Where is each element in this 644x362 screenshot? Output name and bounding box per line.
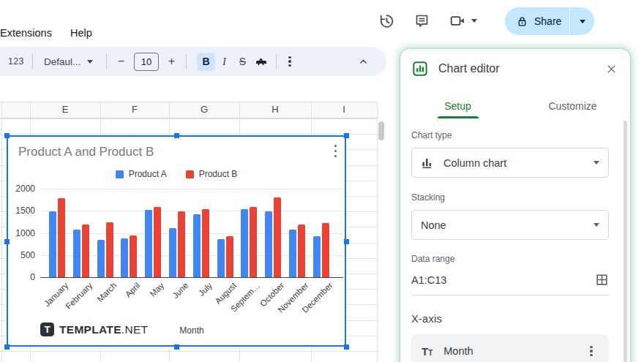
panel-header: Chart editor [400,49,630,83]
legend-swatch [116,170,124,178]
bar-product-a [49,211,56,277]
bar-product-a [289,230,296,277]
menu-item-extensions[interactable]: Extensions [0,26,54,39]
bar-product-b [106,222,113,277]
x-tick-label: June [171,281,190,300]
stacking-value: None [421,219,446,231]
chart-editor-panel-wrap: Chart editor Setup Customize Chart type [392,41,644,362]
formatting-toolbar: 123 Defaul... − 10 + B I S A [0,47,386,76]
column-header-f[interactable]: F [100,104,169,115]
bar-product-b [226,236,233,277]
text-option-icon: TT [422,346,433,357]
bar-product-a [313,236,321,277]
italic-button[interactable]: I [215,53,233,71]
column-header-h[interactable]: H [239,104,311,115]
y-tick-label: 1500 [12,205,35,216]
share-dropdown-button[interactable] [570,20,594,23]
history-icon[interactable] [378,13,394,29]
bar-product-a [265,211,272,277]
legend-item-product-b: Product B [186,169,238,179]
close-panel-button[interactable] [604,62,618,76]
chart-selection-handle[interactable] [4,133,10,138]
chart-options-menu-button[interactable] [333,143,338,159]
strikethrough-button[interactable]: S [233,53,252,71]
column-header-g[interactable]: G [169,104,239,115]
collapse-toolbar-button[interactable] [358,56,369,67]
column-header-e[interactable]: E [30,104,100,115]
bar-product-b [154,207,161,277]
select-grid-icon [595,273,609,287]
panel-title: Chart editor [438,62,604,75]
font-size-input[interactable]: 10 [134,53,159,71]
number-format-button[interactable]: 123 [6,56,26,67]
chart-selection-handle[interactable] [344,239,349,244]
text-color-bar [256,61,266,64]
y-tick-label: 2000 [12,184,35,194]
toolbar-divider [32,54,33,69]
y-gridline [40,277,343,278]
panel-scrollbar[interactable] [624,121,627,362]
video-call-control[interactable] [449,12,477,29]
select-data-range-button[interactable] [595,273,609,287]
chart-selection-handle[interactable] [344,344,349,350]
column-header-i[interactable]: I [311,104,377,115]
chart-selection-handle[interactable] [4,239,10,244]
y-tick-label: 0 [12,272,35,282]
sheet-vertical-scrollbar[interactable] [378,121,384,140]
tab-setup[interactable]: Setup [400,94,515,118]
grid-horizontal-line [0,134,378,135]
watermark: T TEMPLATE.NET [40,323,148,336]
chart-selection-handle[interactable] [344,133,349,138]
comment-icon[interactable] [414,13,430,29]
data-range-label: Data range [411,254,609,264]
increase-font-size-button[interactable]: + [163,55,180,68]
bar-product-a [169,228,176,277]
bold-button[interactable]: B [197,53,215,71]
bar-product-b [322,223,329,277]
chevron-up-icon [358,56,369,67]
font-name: Defaul... [44,56,80,67]
bar-product-a [145,210,152,277]
share-button[interactable]: Share [505,15,569,27]
panel-body: Chart type Column chart Stacking None Da… [400,130,630,362]
grid-vertical-line [1,102,2,362]
bar-product-b [298,225,305,277]
grid-horizontal-line [0,118,378,119]
grid-horizontal-line [0,351,378,352]
more-toolbar-options-button[interactable] [282,56,297,67]
x-tick-label: April [124,281,142,299]
stacking-label: Stacking [411,192,609,203]
x-axis-value: Month [443,345,473,357]
x-axis-field[interactable]: TT Month [411,334,609,362]
chart-editor-panel: Chart editor Setup Customize Chart type [400,49,630,362]
chart-editor-icon [413,61,427,76]
stacking-select[interactable]: None [411,210,609,240]
chart-selection-handle[interactable] [174,344,179,350]
google-sheets-app: Extensions Help [0,0,644,362]
quick-actions [378,12,477,29]
toolbar-divider [186,54,187,69]
y-tick-label: 500 [12,250,35,260]
y-gridline [40,211,343,211]
bar-product-a [121,238,128,277]
font-caret-icon [87,60,93,64]
legend-label: Product A [129,169,167,179]
chart-type-select[interactable]: Column chart [411,148,609,178]
column-chart-icon [421,156,435,170]
font-select[interactable]: Defaul... [44,56,95,67]
chart-selection-handle[interactable] [174,133,179,138]
embedded-chart[interactable]: Product A and Product B Product AProduct… [7,135,346,347]
menu-item-help[interactable]: Help [68,26,94,39]
chart-type-value: Column chart [443,157,506,169]
share-label: Share [534,15,561,27]
data-range-field[interactable]: A1:C13 [411,273,609,295]
x-axis-options-button[interactable] [584,346,599,357]
chart-selection-handle[interactable] [4,344,10,350]
bar-product-b [202,209,209,277]
text-color-button[interactable]: A [252,53,270,71]
y-gridline [40,189,343,189]
decrease-font-size-button[interactable]: − [113,55,130,68]
tab-customize[interactable]: Customize [515,94,630,118]
bar-product-b [274,197,281,277]
bar-product-a [193,214,201,277]
